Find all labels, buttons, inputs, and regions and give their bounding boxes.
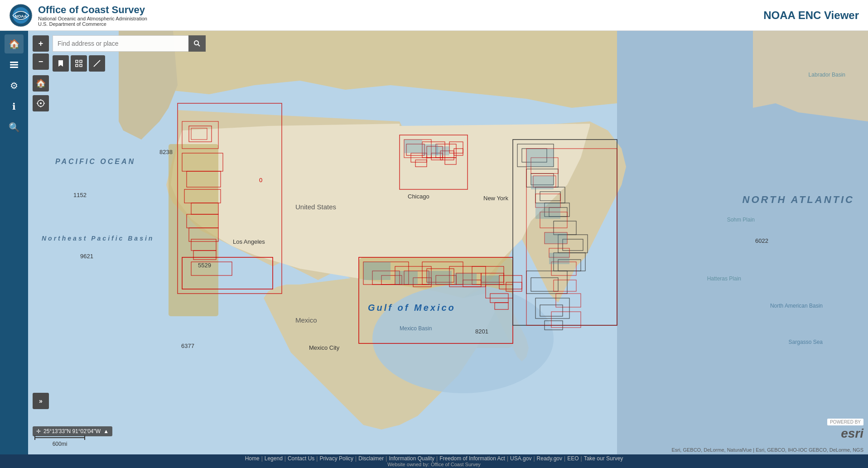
svg-rect-19 [191,203,218,214]
svg-rect-25 [191,262,232,275]
footer-link-privacy[interactable]: Privacy Policy [319,455,353,462]
footer-links: Home | Legend | Contact Us | Privacy Pol… [245,455,623,462]
losangeles-label: Los Angeles [233,238,265,245]
org-subtitle1: National Oceanic and Atmospheric Adminis… [38,16,147,21]
svg-rect-13 [182,121,218,149]
svg-rect-110 [76,60,78,63]
zoom-out-button[interactable]: − [33,53,49,70]
svg-rect-86 [445,158,456,164]
home-extent-button[interactable]: 🏠 [33,75,49,92]
svg-rect-93 [549,253,569,264]
home-extent-button-container: 🏠 [33,75,49,92]
svg-rect-99 [427,271,452,285]
footer-link-usagov[interactable]: USA.gov [510,455,531,462]
mexicocity-label: Mexico City [309,344,339,351]
hatteras-label: Hatteras Plain [707,275,741,282]
sidebar-item-layers[interactable] [5,55,24,74]
bookmark-tool-button[interactable] [53,55,69,72]
svg-rect-100 [454,273,477,285]
footer-link-eeo[interactable]: EEO [567,455,579,462]
grid-tool-button[interactable] [71,55,87,72]
footer-link-home[interactable]: Home [245,455,260,462]
svg-rect-23 [193,251,216,260]
map-num-6022: 6022 [755,237,768,244]
search-button[interactable] [188,35,206,52]
svg-rect-20 [187,214,218,228]
labrador-basin-label: Labrador Basin [809,72,845,78]
north-american-basin-label: North American Basin [770,303,823,309]
footer-link-disclaimer[interactable]: Disclaimer [358,455,384,462]
footer-link-infoquality[interactable]: Information Quality [389,455,434,462]
map-container[interactable]: PACIFIC OCEAN NORTH ATLANTIC Gulf of Mex… [28,31,868,454]
sargasso-sea-label: Sargasso Sea [789,339,823,345]
svg-rect-95 [422,144,438,155]
svg-rect-45 [506,282,522,291]
footer-link-legend[interactable]: Legend [265,455,283,462]
coord-expand-button[interactable]: ▲ [103,428,109,434]
sidebar-item-settings[interactable]: ⚙ [5,76,24,95]
map-num-8201: 8201 [475,328,488,335]
svg-rect-112 [76,64,78,67]
svg-rect-96 [436,146,449,155]
footer-owned-by: Website owned by: Office of Coast Survey [387,462,481,467]
sidebar-item-search[interactable]: 🔍 [5,118,24,137]
powered-by-text: POWERED BY [827,419,863,425]
svg-rect-73 [554,280,576,291]
sidebar-item-home[interactable]: 🏠 [5,34,24,53]
header: NOAA Office of Coast Survey National Oce… [0,0,868,31]
svg-rect-111 [80,60,82,63]
svg-rect-65 [526,149,617,325]
ne-pacific-basin-label: Northeast Pacific Basin [42,235,154,242]
app-title: NOAA ENC Viewer [763,9,859,22]
svg-rect-16 [182,153,223,171]
map-num-1152: 1152 [73,192,87,198]
svg-rect-113 [80,64,82,67]
svg-rect-98 [395,271,418,285]
expand-button[interactable]: » [33,393,49,409]
svg-rect-62 [535,298,569,318]
mexico-label: Mexico [295,316,317,324]
footer-link-survey[interactable]: Take our Survey [584,455,623,462]
gulf-of-mexico-label: Gulf of Mexico [368,303,456,313]
footer-link-contact[interactable]: Contact Us [288,455,314,462]
map-num-6377: 6377 [181,343,194,349]
map-num-9621: 9621 [80,253,93,260]
map-num-5529: 5529 [198,262,211,269]
svg-line-109 [198,44,200,46]
svg-rect-60 [526,271,567,294]
us-label: United States [295,203,336,211]
footer-link-foia[interactable]: Freedom of Information Act [439,455,505,462]
svg-rect-91 [535,203,560,219]
footer-link-readygov[interactable]: Ready.gov [537,455,562,462]
svg-rect-15 [191,128,207,140]
svg-rect-90 [531,176,554,189]
svg-rect-18 [184,189,221,203]
svg-rect-5 [10,64,18,66]
map-controls: + − [33,35,49,70]
zoom-in-button[interactable]: + [33,35,49,52]
header-title: Office of Coast Survey National Oceanic … [38,4,147,27]
svg-rect-101 [481,275,499,285]
measure-tool-button[interactable] [89,55,105,72]
search-input[interactable] [53,35,188,52]
svg-line-117 [96,63,98,64]
svg-rect-97 [363,262,391,280]
svg-text:NOAA: NOAA [15,14,27,19]
sidebar-item-info[interactable]: ℹ [5,97,24,116]
sohm-plain-label: Sohm Plain [727,217,755,223]
svg-point-103 [40,102,42,104]
search-bar [53,35,206,52]
scale-bar: 600mi [33,432,87,447]
noaa-logo: NOAA [9,4,33,27]
enc-boundaries [28,31,868,454]
locate-button-container [33,95,49,111]
svg-rect-94 [404,140,422,153]
map-attribution: Esri, GEBCO, DeLorme, NaturalVue | Esri,… [671,447,863,453]
esri-logo-text: esri [841,426,863,441]
svg-rect-12 [178,103,282,294]
map-num-0: 0 [259,177,262,183]
svg-rect-92 [545,232,567,244]
svg-line-116 [95,64,96,65]
expand-button-container: » [33,393,49,409]
locate-button[interactable] [33,95,49,111]
